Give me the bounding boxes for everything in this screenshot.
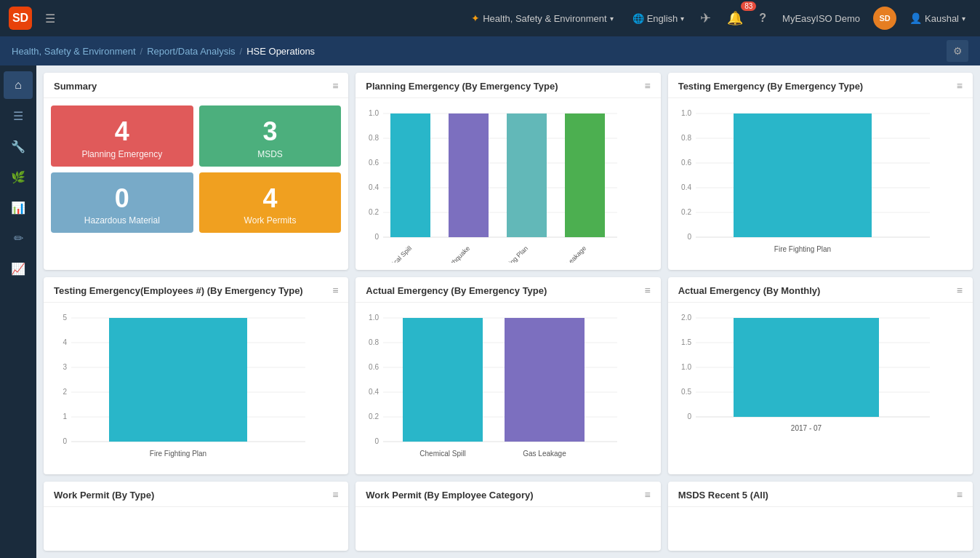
- layout: ⌂ ☰ 🔧 🌿 📊 ✏ 📈 Summary ≡ 4 Planning Emerg…: [0, 65, 980, 558]
- svg-text:0.6: 0.6: [681, 159, 691, 167]
- testing-emergency-title: Testing Emergency (By Emergency Type): [678, 81, 864, 92]
- brand-label: MyEasyISO Demo: [776, 10, 866, 27]
- svg-rect-60: [403, 318, 483, 442]
- summary-tile-workpermit[interactable]: 4 Work Permits: [199, 172, 342, 234]
- summary-tile-msds[interactable]: 3 MSDS: [199, 105, 342, 167]
- svg-text:2: 2: [63, 388, 67, 396]
- settings-button[interactable]: ⚙: [947, 40, 968, 62]
- logo[interactable]: SD: [9, 7, 32, 30]
- svg-rect-74: [734, 318, 879, 417]
- work-permit-type-header: Work Permit (By Type) ≡: [44, 482, 348, 507]
- hazardous-count: 0: [57, 184, 188, 213]
- work-permit-emp-body: [356, 507, 660, 551]
- svg-text:Gas Leakage: Gas Leakage: [523, 450, 567, 458]
- help-icon[interactable]: ?: [756, 9, 769, 28]
- work-permit-type-card: Work Permit (By Type) ≡: [44, 482, 348, 551]
- planning-emergency-menu[interactable]: ≡: [644, 80, 650, 92]
- work-permit-emp-title: Work Permit (By Employee Category): [366, 490, 533, 501]
- summary-menu-icon[interactable]: ≡: [332, 80, 338, 92]
- svg-text:1.0: 1.0: [681, 363, 691, 371]
- language-menu[interactable]: 🌐 English ▾: [627, 10, 691, 27]
- actual-emergency-chart: 1.0 0.8 0.6 0.4 0.2 0: [356, 303, 660, 474]
- testing-emergency-header: Testing Emergency (By Emergency Type) ≡: [668, 73, 973, 98]
- svg-rect-61: [505, 318, 585, 442]
- svg-text:0.2: 0.2: [681, 208, 691, 216]
- testing-emergency-card: Testing Emergency (By Emergency Type) ≡ …: [668, 73, 973, 270]
- breadcrumb: Health, Safety & Environment / Report/Da…: [0, 36, 980, 65]
- svg-text:0: 0: [375, 233, 379, 241]
- testing-emergency-emp-chart: 5 4 3 2 1 0 Fire Fightin: [44, 303, 348, 474]
- testing-emergency-chart: 1.0 0.8 0.6 0.4 0.2 0 Fi: [668, 98, 973, 270]
- sidebar-item-edit[interactable]: ✏: [4, 224, 33, 252]
- actual-emergency-menu[interactable]: ≡: [644, 284, 650, 296]
- sidebar-item-chart[interactable]: 📊: [4, 194, 33, 221]
- svg-text:3: 3: [63, 363, 67, 371]
- svg-text:1.5: 1.5: [681, 338, 691, 346]
- breadcrumb-part2[interactable]: Report/Data Analysis: [147, 46, 235, 57]
- svg-rect-15: [565, 113, 605, 237]
- planning-count: 4: [57, 117, 188, 146]
- summary-tile-planning[interactable]: 4 Planning Emergency: [51, 105, 193, 167]
- svg-rect-13: [449, 113, 489, 237]
- svg-text:1: 1: [63, 412, 67, 421]
- svg-text:0.8: 0.8: [369, 134, 379, 142]
- svg-text:1.0: 1.0: [369, 314, 379, 322]
- sidebar-item-list[interactable]: ☰: [4, 102, 33, 129]
- svg-text:0.4: 0.4: [369, 388, 379, 396]
- actual-emergency-monthly-header: Actual Emergency (By Monthly) ≡: [668, 277, 973, 303]
- work-permit-type-body: [44, 507, 348, 551]
- breadcrumb-current: HSE Operations: [246, 46, 315, 57]
- planning-label: Planning Emergency: [57, 149, 188, 159]
- svg-text:4: 4: [63, 338, 67, 346]
- testing-emergency-emp-header: Testing Emergency(Employees #) (By Emerg…: [44, 277, 348, 303]
- work-permit-emp-card: Work Permit (By Employee Category) ≡: [356, 482, 660, 551]
- main-content: Summary ≡ 4 Planning Emergency 3 MSDS 0 …: [36, 65, 980, 558]
- msds-recent-menu[interactable]: ≡: [957, 489, 963, 501]
- workpermit-label: Work Permits: [205, 215, 336, 226]
- dashboard-grid: Summary ≡ 4 Planning Emergency 3 MSDS 0 …: [44, 73, 973, 551]
- sidebar-item-tools[interactable]: 🔧: [4, 132, 33, 160]
- testing-emergency-emp-menu[interactable]: ≡: [332, 284, 338, 296]
- planning-emergency-svg: 1.0 0.8 0.6 0.4 0.2 0: [363, 103, 624, 263]
- svg-text:0.5: 0.5: [681, 388, 691, 396]
- svg-text:0.2: 0.2: [369, 208, 379, 216]
- breadcrumb-part1[interactable]: Health, Safety & Environment: [12, 46, 136, 57]
- notification-bell[interactable]: 🔔 83: [721, 7, 749, 29]
- svg-text:0.6: 0.6: [369, 363, 379, 371]
- svg-rect-46: [109, 318, 247, 442]
- sidebar-item-analytics[interactable]: 📈: [4, 255, 33, 282]
- work-permit-type-title: Work Permit (By Type): [54, 490, 154, 501]
- svg-text:Fire Fighting Plan: Fire Fighting Plan: [150, 450, 206, 458]
- msds-recent-title: MSDS Recent 5 (All): [678, 490, 768, 501]
- sidebar: ⌂ ☰ 🔧 🌿 📊 ✏ 📈: [0, 65, 36, 558]
- summary-tile-hazardous[interactable]: 0 Hazardous Material: [51, 172, 193, 234]
- top-nav: SD ☰ ✦ Health, Safety & Environment ▾ 🌐 …: [0, 0, 980, 36]
- hazardous-label: Hazardous Material: [57, 215, 188, 226]
- user-menu[interactable]: 👤 Kaushal ▾: [904, 9, 971, 27]
- actual-emergency-monthly-card: Actual Emergency (By Monthly) ≡ 2.0 1.5 …: [668, 277, 973, 474]
- planning-emergency-card: Planning Emergency (By Emergency Type) ≡…: [356, 73, 660, 270]
- planning-emergency-header: Planning Emergency (By Emergency Type) ≡: [356, 73, 660, 98]
- work-permit-type-menu[interactable]: ≡: [332, 489, 338, 501]
- svg-text:2017 - 07: 2017 - 07: [791, 424, 822, 432]
- testing-emp-svg: 5 4 3 2 1 0 Fire Fightin: [51, 307, 313, 467]
- actual-emergency-header: Actual Emergency (By Emergency Type) ≡: [356, 277, 660, 303]
- svg-text:Chemical Spill: Chemical Spill: [379, 244, 413, 263]
- summary-card: Summary ≡ 4 Planning Emergency 3 MSDS 0 …: [44, 73, 348, 270]
- msds-recent-body: [668, 507, 973, 551]
- work-permit-emp-menu[interactable]: ≡: [644, 489, 650, 501]
- sidebar-item-leaf[interactable]: 🌿: [4, 163, 33, 191]
- testing-emergency-menu[interactable]: ≡: [957, 80, 963, 92]
- module-menu[interactable]: ✦ Health, Safety & Environment ▾: [465, 9, 619, 27]
- brand-avatar[interactable]: SD: [873, 7, 896, 30]
- hamburger-icon[interactable]: ☰: [42, 9, 58, 28]
- actual-emergency-monthly-menu[interactable]: ≡: [957, 284, 963, 296]
- sidebar-item-home[interactable]: ⌂: [4, 71, 33, 99]
- svg-text:0: 0: [63, 437, 67, 445]
- msds-recent-header: MSDS Recent 5 (All) ≡: [668, 482, 973, 507]
- svg-text:0: 0: [375, 437, 379, 445]
- network-icon[interactable]: ✈: [697, 7, 714, 29]
- svg-text:0.6: 0.6: [369, 159, 379, 167]
- svg-rect-14: [507, 113, 547, 237]
- svg-rect-12: [390, 113, 430, 237]
